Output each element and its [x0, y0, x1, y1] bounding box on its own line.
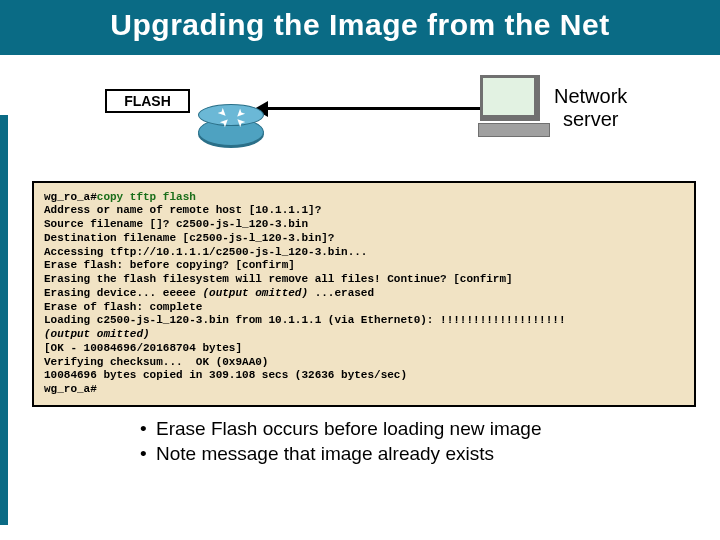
page-title: Upgrading the Image from the Net — [12, 8, 708, 43]
prompt: wg_ro_a# — [44, 191, 97, 203]
transfer-arrow-line — [262, 107, 484, 110]
flash-label: FLASH — [124, 93, 171, 109]
flash-card: FLASH — [105, 89, 190, 113]
title-band: Upgrading the Image from the Net — [0, 0, 720, 55]
terminal-output: wg_ro_a#copy tftp flash Address or name … — [32, 181, 696, 407]
bullet-dot: • — [140, 417, 156, 441]
server-icon — [480, 75, 550, 137]
note-line: Erase Flash occurs before loading new im… — [156, 417, 541, 441]
terminal-command: copy tftp flash — [97, 191, 196, 203]
slide-notes: •Erase Flash occurs before loading new i… — [140, 417, 680, 466]
network-diagram: FLASH ➤ ➤ ➤ ➤ Networkserver — [0, 61, 720, 181]
note-line: Note message that image already exists — [156, 442, 494, 466]
router-icon: ➤ ➤ ➤ ➤ — [192, 86, 270, 146]
network-server-label: Networkserver — [554, 85, 627, 131]
bullet-dot: • — [140, 442, 156, 466]
